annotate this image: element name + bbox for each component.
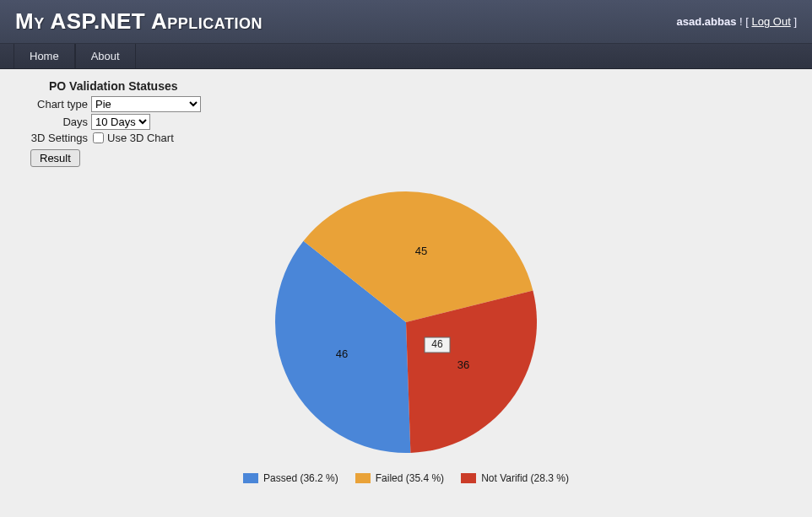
content-area: PO Validation Statuses Chart type Pie Da… — [0, 69, 812, 494]
logout-link[interactable]: Log Out — [752, 15, 791, 28]
user-area: asad.abbas ! [ Log Out ] — [677, 15, 797, 28]
chart-tooltip: 46 — [425, 337, 450, 353]
use-3d-checkbox[interactable] — [93, 132, 104, 143]
user-separator-close: ] — [791, 15, 797, 28]
section-title: PO Validation Statuses — [49, 79, 797, 93]
svg-text:46: 46 — [431, 338, 443, 350]
legend-label: Passed (36.2 %) — [263, 472, 338, 484]
chart-type-select[interactable]: Pie — [91, 96, 201, 112]
use-3d-label: Use 3D Chart — [107, 132, 174, 144]
slice-label: 46 — [336, 347, 348, 360]
legend-item-notverified[interactable]: Not Varifid (28.3 %) — [461, 472, 569, 484]
chart-type-label: Chart type — [15, 98, 91, 110]
slice-label: 36 — [457, 358, 469, 371]
legend-label: Failed (35.4 %) — [376, 472, 444, 484]
main-nav: Home About — [0, 44, 812, 69]
nav-about[interactable]: About — [75, 44, 136, 68]
days-row: Days 10 Days — [15, 114, 797, 130]
app-header: My ASP.NET Application asad.abbas ! [ Lo… — [0, 0, 812, 44]
days-select[interactable]: 10 Days — [91, 114, 150, 130]
chart-type-row: Chart type Pie — [15, 96, 797, 112]
legend-item-failed[interactable]: Failed (35.4 %) — [355, 472, 444, 484]
chart-legend: Passed (36.2 %)Failed (35.4 %)Not Varifi… — [243, 472, 569, 484]
days-label: Days — [15, 116, 91, 128]
pie-chart: 46453646 — [229, 179, 583, 466]
username: asad.abbas — [677, 15, 737, 28]
3d-settings-label: 3D Settings — [15, 132, 91, 144]
user-separator: ! [ — [739, 15, 751, 28]
chart-container: 46453646 Passed (36.2 %)Failed (35.4 %)N… — [15, 179, 797, 484]
result-button[interactable]: Result — [30, 149, 80, 167]
legend-label: Not Varifid (28.3 %) — [481, 472, 569, 484]
3d-settings-row: 3D Settings Use 3D Chart — [15, 132, 797, 144]
nav-home[interactable]: Home — [14, 44, 75, 68]
legend-swatch — [355, 473, 371, 483]
slice-label: 45 — [415, 245, 427, 257]
legend-swatch — [461, 473, 476, 483]
app-title: My ASP.NET Application — [15, 8, 263, 35]
legend-swatch — [243, 473, 258, 483]
legend-item-passed[interactable]: Passed (36.2 %) — [243, 472, 338, 484]
